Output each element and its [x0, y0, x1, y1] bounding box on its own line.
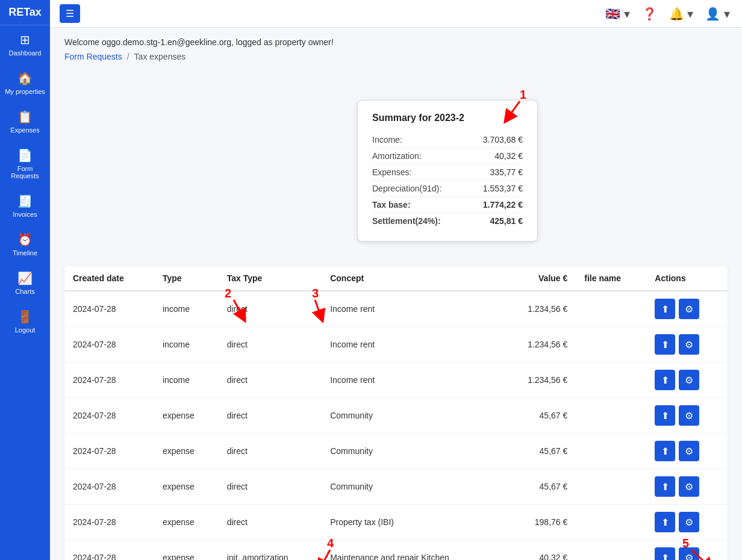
sidebar-item-label: Timeline — [13, 249, 37, 257]
sidebar-item-form-requests[interactable]: 📄 Form Requests — [0, 141, 50, 187]
cell-tax-type: direct — [219, 291, 322, 327]
cell-file — [576, 362, 646, 398]
cell-type: expense — [154, 398, 219, 434]
settings-button[interactable]: ⚙ — [679, 334, 699, 355]
notification-bell-icon[interactable]: 🔔 ▾ — [667, 4, 696, 23]
cell-file — [576, 505, 646, 540]
cell-value: 40,32 € — [501, 540, 576, 561]
sidebar-item-label: Form Requests — [3, 165, 47, 179]
table-row: 2024-07-28 expense init. amortization Ma… — [64, 540, 728, 561]
cell-file — [576, 540, 646, 561]
content-area: Welcome oggo.demo.stg-1.en@geekline.org,… — [50, 28, 742, 560]
sidebar-item-my-properties[interactable]: 🏠 My properties — [0, 64, 50, 102]
cell-date: 2024-07-28 — [64, 327, 154, 362]
summary-card: Summary for 2023-2 Income: 3.703,68 € Am… — [357, 100, 538, 241]
cell-tax-type: direct — [219, 362, 322, 398]
upload-button[interactable]: ⬆ — [655, 547, 675, 560]
sidebar-item-charts[interactable]: 📈 Charts — [0, 264, 50, 302]
sidebar-item-dashboard[interactable]: ⊞ Dashboard — [0, 25, 50, 64]
language-selector[interactable]: 🇬🇧 ▾ — [603, 4, 632, 23]
cell-type: income — [154, 291, 219, 327]
col-type: Type — [154, 266, 219, 291]
breadcrumb-separator: / — [127, 52, 129, 61]
cell-type: income — [154, 362, 219, 398]
upload-button[interactable]: ⬆ — [655, 370, 675, 390]
cell-concept: Maintenance and repair Kitchen — [322, 540, 501, 561]
col-value: Value € — [501, 266, 576, 291]
svg-text:1: 1 — [520, 88, 526, 101]
breadcrumb-link[interactable]: Form Requests — [64, 52, 122, 61]
cell-actions: ⬆ ⚙ — [646, 362, 728, 398]
sidebar-item-label: Expenses — [10, 126, 39, 134]
summary-amortization-label: Amortization: — [372, 151, 422, 161]
cell-concept: Property tax (IBI) — [322, 505, 501, 540]
invoices-icon: 🧾 — [17, 194, 33, 208]
cell-file — [576, 469, 646, 505]
topbar: ☰ 🇬🇧 ▾ ❓ 🔔 ▾ 👤 ▾ — [50, 0, 742, 28]
table-row: 2024-07-28 income direct Income rent 1.2… — [64, 327, 728, 362]
summary-depreciation-value: 1.553,37 € — [483, 184, 523, 193]
summary-row-amortization: Amortization: 40,32 € — [372, 148, 523, 164]
sidebar-item-timeline[interactable]: ⏰ Timeline — [0, 225, 50, 264]
table-row: 2024-07-28 income direct Income rent 1.2… — [64, 291, 728, 327]
col-created-date: Created date — [64, 266, 154, 291]
cell-date: 2024-07-28 — [64, 434, 154, 469]
settings-button[interactable]: ⚙ — [679, 299, 699, 319]
cell-actions: ⬆ ⚙ — [646, 327, 728, 362]
cell-file — [576, 327, 646, 362]
tax-expenses-table: Created date Type Tax Type Concept Value… — [64, 266, 728, 560]
cell-concept: Community — [322, 434, 501, 469]
summary-amortization-value: 40,32 € — [494, 151, 523, 161]
cell-date: 2024-07-28 — [64, 398, 154, 434]
hamburger-button[interactable]: ☰ — [60, 4, 80, 23]
cell-concept: Income rent — [322, 291, 501, 327]
sidebar-item-expenses[interactable]: 📋 Expenses — [0, 102, 50, 141]
sidebar-item-invoices[interactable]: 🧾 Invoices — [0, 187, 50, 225]
settings-button[interactable]: ⚙ — [679, 441, 699, 461]
form-icon: 📄 — [17, 148, 33, 163]
sidebar-item-label: Charts — [15, 288, 34, 295]
user-avatar[interactable]: 👤 ▾ — [703, 4, 732, 23]
upload-button[interactable]: ⬆ — [655, 405, 675, 426]
breadcrumb: Form Requests / Tax expenses — [64, 52, 728, 61]
settings-button[interactable]: ⚙ — [679, 547, 699, 560]
table-row: 2024-07-28 expense direct Property tax (… — [64, 505, 728, 540]
summary-row-expenses: Expenses: 335,77 € — [372, 164, 523, 181]
sidebar-item-logout[interactable]: 🚪 Logout — [0, 302, 50, 341]
cell-tax-type: direct — [219, 505, 322, 540]
upload-button[interactable]: ⬆ — [655, 334, 675, 355]
cell-actions: ⬆ ⚙ — [646, 398, 728, 434]
cell-value: 1.234,56 € — [501, 291, 576, 327]
help-icon[interactable]: ❓ — [640, 4, 659, 23]
cell-concept: Community — [322, 398, 501, 434]
summary-expenses-label: Expenses: — [372, 167, 411, 177]
upload-button[interactable]: ⬆ — [655, 476, 675, 497]
cell-concept: Income rent — [322, 362, 501, 398]
cell-value: 45,67 € — [501, 469, 576, 505]
summary-income-label: Income: — [372, 135, 402, 145]
cell-date: 2024-07-28 — [64, 469, 154, 505]
summary-row-settlement: Settlement(24%): 425,81 € — [372, 213, 523, 229]
table-row: 2024-07-28 expense direct Community 45,6… — [64, 434, 728, 469]
cell-tax-type: direct — [219, 469, 322, 505]
cell-date: 2024-07-28 — [64, 362, 154, 398]
table-row: 2024-07-28 income direct Income rent 1.2… — [64, 362, 728, 398]
settings-button[interactable]: ⚙ — [679, 370, 699, 390]
charts-icon: 📈 — [17, 271, 33, 285]
summary-settlement-value: 425,81 € — [490, 216, 523, 226]
cell-actions: ⬆ ⚙ — [646, 291, 728, 327]
summary-row-tax-base: Tax base: 1.774,22 € — [372, 197, 523, 213]
expenses-icon: 📋 — [17, 110, 33, 124]
upload-button[interactable]: ⬆ — [655, 512, 675, 532]
settings-button[interactable]: ⚙ — [679, 476, 699, 497]
upload-button[interactable]: ⬆ — [655, 299, 675, 319]
timeline-icon: ⏰ — [17, 232, 33, 247]
summary-depreciation-label: Depreciation(91d): — [372, 184, 441, 193]
upload-button[interactable]: ⬆ — [655, 441, 675, 461]
cell-value: 45,67 € — [501, 434, 576, 469]
cell-type: expense — [154, 540, 219, 561]
summary-title: Summary for 2023-2 — [372, 113, 523, 123]
cell-type: expense — [154, 469, 219, 505]
settings-button[interactable]: ⚙ — [679, 512, 699, 532]
settings-button[interactable]: ⚙ — [679, 405, 699, 426]
